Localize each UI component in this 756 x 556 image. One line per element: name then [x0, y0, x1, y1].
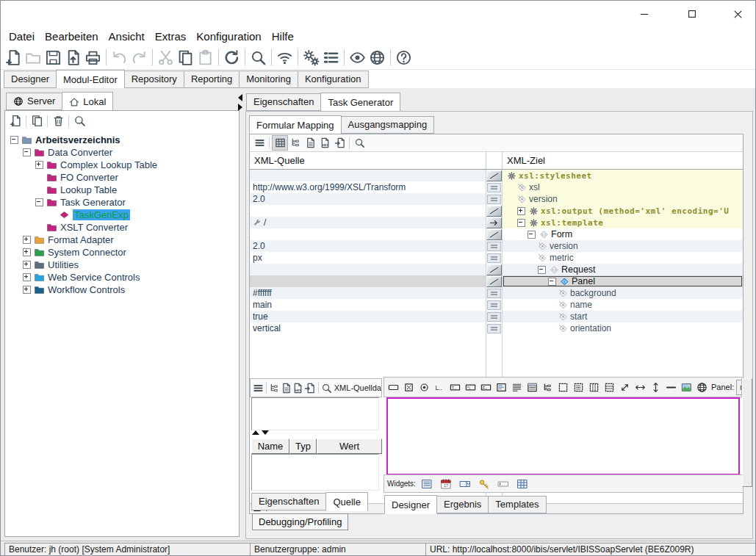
diagonal-arrow-widget-button[interactable]	[617, 380, 633, 394]
document-import-button[interactable]	[332, 136, 347, 150]
tree-expander-icon[interactable]	[23, 248, 31, 256]
tree-item-task-generator[interactable]: Task Generator	[5, 196, 239, 209]
grid-area-widget-button[interactable]	[571, 380, 586, 394]
tree-structure-button[interactable]	[269, 381, 281, 395]
tree-expander-icon[interactable]	[35, 198, 43, 206]
mapping-target-cell[interactable]: Nxsl	[503, 181, 743, 193]
open-folder-button[interactable]	[24, 48, 43, 68]
tree-expander-icon[interactable]	[23, 286, 31, 294]
textfield-widget-button[interactable]: T..	[447, 380, 463, 394]
tab-eigenschaften[interactable]: Eigenschaften	[246, 93, 321, 111]
tab-ausgangsmapping[interactable]: Ausgangsmapping	[342, 116, 435, 134]
separator-widget-button[interactable]	[663, 380, 679, 394]
panel-dropdown[interactable]: m...	[736, 380, 742, 395]
source-splitter[interactable]	[252, 430, 269, 435]
mapping-target-cell[interactable]: Abackground	[503, 287, 743, 299]
attr-column-typ[interactable]: Typ	[289, 438, 317, 454]
mapping-source-cell[interactable]	[250, 275, 486, 287]
tree-item-complex-lookup-table[interactable]: Complex Lookup Table	[5, 159, 239, 171]
mapping-source-cell[interactable]	[250, 264, 486, 275]
menu-hilfe[interactable]: Hilfe	[267, 29, 299, 44]
mapping-target-cell[interactable]: xsl:template	[503, 217, 743, 228]
mapping-source-cell[interactable]: #ffffff	[250, 287, 486, 299]
mapping-slash-button[interactable]	[486, 276, 502, 287]
copy-button[interactable]	[176, 48, 195, 68]
grid-table-button[interactable]	[272, 135, 288, 151]
mapping-source-cell[interactable]: px	[250, 252, 486, 264]
tree-expander-icon[interactable]	[528, 231, 536, 239]
menu-bearbeiten[interactable]: Bearbeiten	[40, 29, 104, 44]
tab-reporting[interactable]: Reporting	[184, 71, 240, 88]
mapping-slash-button[interactable]	[486, 170, 502, 181]
radio-widget-button[interactable]	[417, 380, 432, 394]
collapsed-panel-strip[interactable]	[742, 378, 752, 487]
tree-item-arbeitsverzeichnis[interactable]: Arbeitsverzeichnis	[5, 134, 239, 146]
tab-quelle[interactable]: Quelle	[325, 492, 368, 511]
tree-expander-icon[interactable]	[23, 273, 31, 281]
undo-button[interactable]	[109, 48, 129, 68]
import-document-button[interactable]	[63, 48, 83, 68]
mapping-target-cell[interactable]: xsl:output (method='xml' encoding='U	[503, 205, 743, 217]
mapping-source-cell[interactable]	[250, 228, 486, 240]
paste-button[interactable]	[195, 48, 215, 68]
tree-item-format-adapter[interactable]: Format Adapter	[5, 234, 239, 246]
list-options-button[interactable]	[321, 48, 341, 68]
copy-button[interactable]	[29, 113, 45, 129]
globe-button[interactable]	[694, 380, 710, 394]
maximize-button[interactable]	[680, 4, 704, 24]
tab-repository[interactable]: Repository	[125, 71, 184, 88]
list-box-widget-button[interactable]	[525, 380, 540, 394]
refresh-button[interactable]	[222, 48, 242, 68]
eye-button[interactable]	[348, 48, 367, 68]
tab-modul-editor[interactable]: Modul-Editor	[56, 70, 125, 89]
mapping-target-cell[interactable]: Form	[503, 228, 743, 240]
menu-konfiguration[interactable]: Konfiguration	[191, 29, 266, 44]
mapping-target-cell[interactable]: Request	[503, 264, 743, 275]
tree-item-web-service-controls[interactable]: Web Service Controls	[5, 271, 239, 284]
print-button[interactable]	[83, 48, 103, 68]
tree-item-utilities[interactable]: Utilities	[5, 259, 239, 271]
tree-expander-icon[interactable]	[35, 161, 43, 169]
document-button[interactable]	[281, 381, 292, 395]
tab-task-generator[interactable]: Task Generator	[320, 93, 400, 112]
mapping-target-cell[interactable]: Aversion	[503, 193, 743, 205]
wifi-button[interactable]	[275, 48, 295, 68]
paragraph-widget-button[interactable]	[509, 380, 525, 394]
mapping-equals-button[interactable]	[487, 183, 501, 192]
attr-column-wert[interactable]: Wert	[317, 438, 382, 454]
mapping-source-cell[interactable]: http://www.w3.org/1999/XSL/Transform	[250, 181, 486, 193]
hamburger-button[interactable]	[252, 381, 264, 395]
mapping-equals-button[interactable]	[487, 312, 501, 322]
tab-monitoring[interactable]: Monitoring	[240, 71, 298, 88]
tab-templates[interactable]: Templates	[489, 496, 546, 513]
trash-button[interactable]	[50, 113, 66, 129]
xml-source-view[interactable]	[251, 397, 379, 430]
tree-expander-icon[interactable]	[23, 261, 31, 269]
formatted-widget-button[interactable]: F..	[478, 380, 494, 394]
mapping-target-cell[interactable]: Astart	[503, 311, 743, 322]
tree-expander-icon[interactable]	[10, 136, 18, 144]
mapping-equals-button[interactable]	[487, 195, 501, 204]
mapping-source-cell[interactable]: /	[250, 217, 486, 228]
search-button[interactable]	[248, 48, 268, 68]
panel-splitter-handle[interactable]	[237, 94, 243, 111]
tree-expander-icon[interactable]	[517, 219, 525, 227]
mapping-source-cell[interactable]: 2.0	[250, 240, 486, 252]
search-button[interactable]	[352, 136, 367, 150]
label-widget-button[interactable]: L..	[432, 380, 447, 394]
columns-area-widget-button[interactable]	[586, 380, 602, 394]
attribute-table-body[interactable]	[251, 454, 379, 491]
tree-item-taskgenexp[interactable]: TaskGenExp	[5, 209, 239, 221]
mapping-target-cell[interactable]: Aorientation	[503, 322, 743, 334]
tree-item-lookup-table[interactable]: Lookup Table	[5, 184, 239, 196]
cut-button[interactable]	[156, 48, 176, 68]
combo-field-widget-button[interactable]	[458, 477, 473, 491]
tab-designer[interactable]: Designer	[4, 71, 57, 88]
tab-server[interactable]: Server	[6, 93, 62, 110]
mapping-target-cell[interactable]: Panel	[503, 275, 743, 287]
key-widget-button[interactable]	[477, 477, 492, 491]
mapping-source-cell[interactable]: 2.0	[250, 193, 486, 205]
tree-item-xslt-converter[interactable]: XSLT Converter	[5, 221, 239, 234]
mapping-slash-button[interactable]	[486, 264, 502, 275]
tree-expander-icon[interactable]	[548, 278, 556, 286]
